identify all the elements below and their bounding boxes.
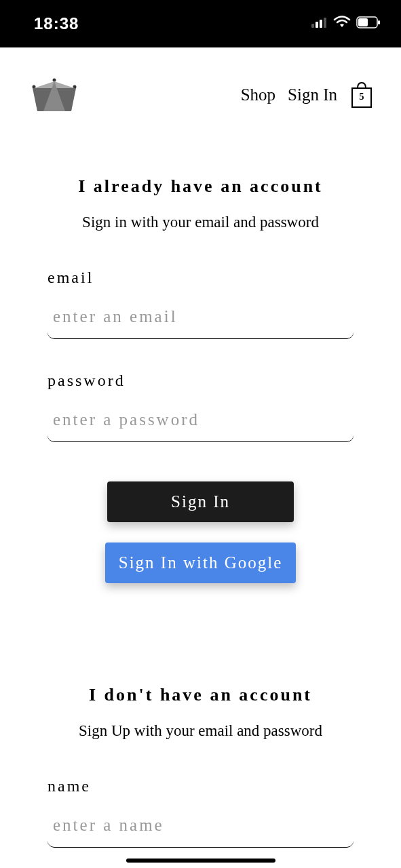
password-label: password [47,372,354,390]
name-field[interactable] [47,808,354,848]
signin-button[interactable]: Sign In [107,481,294,522]
signup-title: I don't have an account [47,685,354,705]
crown-logo-icon[interactable] [27,75,81,115]
status-time: 18:38 [34,14,79,33]
nav-shop-link[interactable]: Shop [241,85,275,104]
signup-subtitle: Sign Up with your email and password [47,722,354,740]
email-field[interactable] [47,299,354,339]
nav-signin-link[interactable]: Sign In [288,85,337,104]
password-field[interactable] [47,402,354,442]
shopping-bag-icon[interactable]: 5 [349,81,374,108]
name-label: name [47,777,354,795]
email-label: email [47,269,354,287]
svg-rect-2 [320,20,322,28]
svg-rect-0 [311,24,314,28]
header: Shop Sign In 5 [0,47,401,129]
signin-buttons: Sign In Sign In with Google [47,481,354,583]
signin-title: I already have an account [47,176,354,197]
cart-count: 5 [360,92,364,102]
svg-point-8 [53,79,56,82]
svg-rect-3 [324,18,326,28]
signup-section: I don't have an account Sign Up with you… [47,685,354,868]
status-bar: 18:38 [0,0,401,47]
svg-rect-5 [358,18,368,26]
nav: Shop Sign In 5 [241,81,374,108]
svg-rect-1 [316,22,318,28]
cellular-signal-icon [311,17,328,31]
home-indicator[interactable] [126,859,275,863]
wifi-icon [333,16,351,32]
svg-rect-6 [378,20,380,24]
battery-icon [356,16,381,31]
status-icons [311,16,381,32]
signin-subtitle: Sign in with your email and password [47,214,354,231]
signin-section: I already have an account Sign in with y… [47,176,354,583]
content: I already have an account Sign in with y… [0,129,401,868]
google-signin-button[interactable]: Sign In with Google [105,542,296,583]
